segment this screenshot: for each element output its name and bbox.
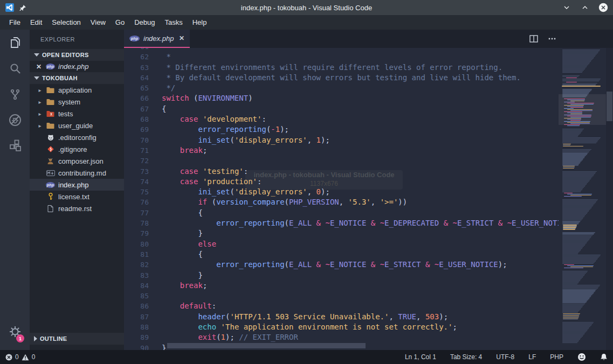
open-editors-header[interactable]: OPEN EDITORS <box>30 49 124 61</box>
minimap-line <box>562 337 582 338</box>
code-line-86[interactable]: 86 default: <box>124 301 559 311</box>
code-line-66[interactable]: 66switch (ENVIRONMENT) <box>124 93 559 103</box>
line-number: 72 <box>124 156 149 166</box>
minimap-line <box>562 57 594 58</box>
menu-tasks[interactable]: Tasks <box>160 16 187 29</box>
title-bar[interactable]: index.php - tokobuah - Visual Studio Cod… <box>0 0 613 15</box>
outline-header[interactable]: OUTLINE <box>30 333 124 345</box>
code-line-79[interactable]: 79 } <box>124 228 559 239</box>
code-line-63[interactable]: 63 * Different environments will require… <box>124 62 559 73</box>
tree-item-index-php[interactable]: ▸phpindex.php <box>30 179 124 191</box>
folder-test-icon <box>46 109 55 118</box>
code-line-62[interactable]: 62 * <box>124 52 559 62</box>
minimap-line <box>562 287 598 288</box>
status-eol[interactable]: LF <box>528 353 536 361</box>
minimap-line <box>562 204 595 204</box>
menu-file[interactable]: File <box>4 16 25 29</box>
minimap-line <box>562 278 582 279</box>
minimap-line <box>562 271 588 271</box>
tree-item-tests[interactable]: ▸tests <box>30 108 124 120</box>
code-editor[interactable]: 61 *62 *63 * Different environments will… <box>124 48 559 350</box>
code-line-69[interactable]: 69 error_reporting(-1); <box>124 124 559 135</box>
code-line-75[interactable]: 75 ini_set('display_errors', 0); <box>124 187 559 197</box>
activity-explorer-button[interactable] <box>0 30 30 55</box>
code-line-73[interactable]: 73 case 'testing': <box>124 166 559 177</box>
tree-item-license-txt[interactable]: ▸license.txt <box>30 191 124 202</box>
code-line-87[interactable]: 87 header('HTTP/1.1 503 Service Unavaila… <box>124 312 559 322</box>
code-line-64[interactable]: 64 * By default development will show er… <box>124 73 559 83</box>
menu-debug[interactable]: Debug <box>129 16 160 29</box>
status-language-mode[interactable]: PHP <box>550 353 563 361</box>
menu-edit[interactable]: Edit <box>25 16 47 29</box>
minimize-button[interactable] <box>561 2 572 13</box>
scrollbar-thumb[interactable] <box>607 92 612 121</box>
code-line-82[interactable]: 82 error_reporting(E_ALL & ~E_NOTICE & ~… <box>124 260 559 270</box>
code-line-71[interactable]: 71 break; <box>124 145 559 156</box>
minimap[interactable] <box>559 48 606 350</box>
more-actions-icon[interactable] <box>548 34 556 43</box>
close-button[interactable] <box>598 2 609 13</box>
code-line-67[interactable]: 67{ <box>124 104 559 114</box>
code-line-80[interactable]: 80 else <box>124 239 559 249</box>
code-line-77[interactable]: 77 { <box>124 208 559 218</box>
maximize-button[interactable] <box>580 2 590 13</box>
minimap-line <box>564 268 583 268</box>
tree-item-editorconfig[interactable]: ▸.editorconfig <box>30 131 124 143</box>
activity-search-button[interactable] <box>0 55 30 81</box>
minimap-line <box>562 69 585 69</box>
git-branch-icon <box>9 88 22 101</box>
code-line-61[interactable]: 61 * <box>124 48 559 52</box>
menu-help[interactable]: Help <box>188 16 212 29</box>
warning-count[interactable]: 0 <box>22 353 36 361</box>
code-line-74[interactable]: 74 case 'production': <box>124 177 559 187</box>
pin-icon[interactable] <box>19 4 26 11</box>
tree-item-system[interactable]: ▸system <box>30 96 124 108</box>
activity-extensions-button[interactable] <box>0 133 30 159</box>
tree-item-gitignore[interactable]: ▸.gitignore <box>30 143 124 155</box>
tab-close-icon[interactable]: ✕ <box>179 34 184 42</box>
tree-item-readme-rst[interactable]: ▸readme.rst <box>30 202 124 214</box>
open-editor-item[interactable]: ✕phpindex.php <box>30 61 124 72</box>
code-line-78[interactable]: 78 error_reporting(E_ALL & ~E_NOTICE & ~… <box>124 218 559 228</box>
status-tab-size[interactable]: Tab Size: 4 <box>450 353 482 361</box>
code-line-85[interactable]: 85 <box>124 291 559 301</box>
menu-selection[interactable]: Selection <box>47 16 85 29</box>
tree-item-composer-json[interactable]: ▸composer.json <box>30 155 124 167</box>
code-line-76[interactable]: 76 if (version_compare(PHP_VERSION, '5.3… <box>124 197 559 207</box>
minimap-line <box>562 339 580 340</box>
menu-go[interactable]: Go <box>111 16 129 29</box>
tree-item-application[interactable]: ▸application <box>30 84 124 96</box>
line-number: 62 <box>124 52 149 62</box>
code-line-83[interactable]: 83 } <box>124 270 559 281</box>
code-line-89[interactable]: 89 exit(1); // EXIT_ERROR <box>124 332 559 342</box>
feedback-smiley-icon[interactable] <box>577 353 586 361</box>
status-cursor-position[interactable]: Ln 1, Col 1 <box>405 353 436 361</box>
line-number: 78 <box>124 218 149 228</box>
split-editor-icon[interactable] <box>529 34 538 43</box>
code-line-84[interactable]: 84 break; <box>124 281 559 291</box>
code-line-65[interactable]: 65 */ <box>124 83 559 93</box>
settings-gear-button[interactable] <box>0 321 30 342</box>
close-icon[interactable]: ✕ <box>36 63 43 71</box>
code-line-70[interactable]: 70 ini_set('display_errors', 1); <box>124 135 559 145</box>
error-count[interactable]: 0 <box>5 353 19 361</box>
horizontal-scrollbar[interactable] <box>167 343 366 348</box>
minimap-line <box>562 328 589 329</box>
menu-view[interactable]: View <box>86 16 111 29</box>
minimap-line <box>562 220 582 220</box>
code-line-88[interactable]: 88 echo 'The application environment is … <box>124 322 559 332</box>
tab-index-php[interactable]: php index.php ✕ <box>124 30 190 48</box>
code-line-81[interactable]: 81 { <box>124 249 559 260</box>
minimap-line <box>562 62 590 63</box>
status-encoding[interactable]: UTF-8 <box>496 353 514 361</box>
bell-icon[interactable] <box>600 353 608 361</box>
tree-item-contributing-md[interactable]: ▸contributing.md <box>30 167 124 179</box>
code-line-68[interactable]: 68 case 'development': <box>124 114 559 124</box>
activity-source-control-button[interactable] <box>0 81 30 107</box>
minimap-viewport[interactable] <box>559 94 606 125</box>
project-folder-header[interactable]: TOKOBUAH <box>30 72 124 84</box>
vertical-scrollbar[interactable] <box>606 48 613 350</box>
tree-item-user_guide[interactable]: ▸user_guide <box>30 120 124 131</box>
code-line-72[interactable]: 72 <box>124 156 559 166</box>
activity-debug-button[interactable] <box>0 107 30 133</box>
